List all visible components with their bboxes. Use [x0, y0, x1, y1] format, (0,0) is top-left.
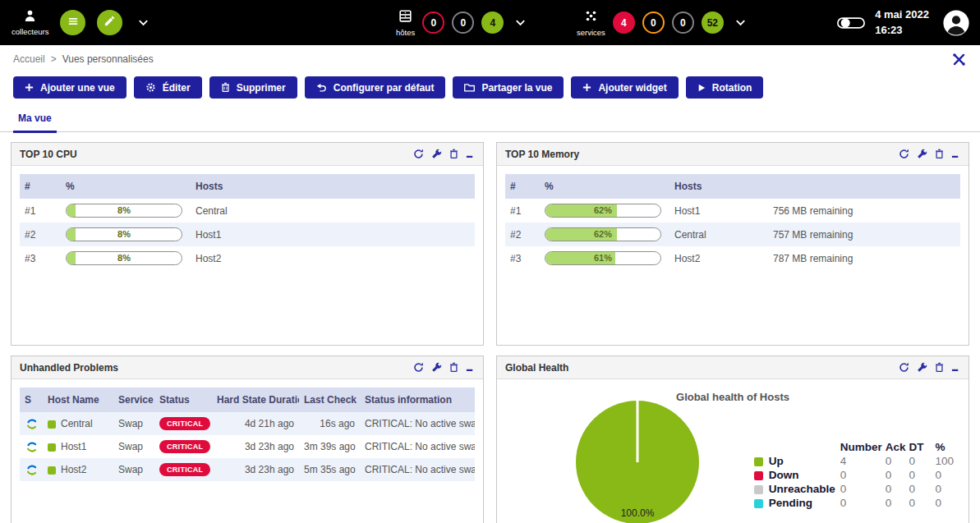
wrench-icon[interactable] [431, 362, 442, 373]
poller-list-button[interactable] [60, 10, 85, 35]
host-cell[interactable]: Host1 [43, 435, 113, 458]
widget-unhandled-problems-header: Unhandled Problems [12, 356, 483, 379]
settings-toggle-icon[interactable] [837, 15, 865, 31]
services-expand-chevron[interactable] [734, 16, 747, 29]
rank-cell: #3 [20, 246, 61, 270]
rotation-button[interactable]: Rotation [686, 76, 764, 99]
refresh-icon[interactable] [413, 362, 424, 373]
table-header-row: # % Hosts [20, 174, 475, 199]
view-tabs: Ma vue [0, 107, 980, 132]
wrench-icon[interactable] [917, 362, 927, 373]
hosts-expand-chevron[interactable] [514, 16, 527, 29]
edit-tools-icon[interactable] [951, 52, 967, 67]
cpu-progress-bar: 8% [66, 204, 182, 218]
minimize-icon[interactable] [951, 362, 960, 373]
chevron-down-icon [734, 16, 747, 29]
table-row: #1 8% Central [20, 199, 475, 223]
minimize-icon[interactable] [466, 149, 475, 159]
services-warning-badge[interactable]: 0 [642, 11, 665, 34]
delete-view-button[interactable]: Supprimer [209, 76, 297, 99]
chevron-down-icon [514, 16, 527, 29]
services-ok-badge[interactable]: 52 [702, 11, 724, 34]
services-critical-badge[interactable]: 4 [613, 11, 635, 34]
widget-top-cpu: TOP 10 CPU # % Hosts #1 8% [11, 142, 484, 346]
widget-title: Global Health [505, 362, 568, 374]
services-menu[interactable]: services [577, 8, 605, 37]
service-cell[interactable]: Swap [113, 412, 154, 435]
top-cpu-table: # % Hosts #1 8% Central #2 8% Host1 [20, 174, 475, 270]
status-badge: CRITICAL [159, 463, 210, 476]
set-default-button[interactable]: Configurer par défaut [305, 76, 446, 99]
hosts-up-badge[interactable]: 4 [481, 11, 504, 34]
top-memory-table: # % Hosts #1 62% Host1 756 MB remaining … [505, 174, 960, 270]
widget-title: TOP 10 Memory [505, 149, 579, 160]
add-widget-button[interactable]: Ajouter widget [571, 76, 678, 99]
refresh-icon[interactable] [899, 149, 909, 159]
memory-progress-bar: 62% [545, 204, 661, 218]
edit-view-button[interactable]: Éditer [134, 76, 202, 99]
host-cell[interactable]: Host2 [43, 458, 113, 481]
pollers-label: collecteurs [12, 27, 48, 36]
trash-icon[interactable] [449, 149, 458, 159]
dashboard-grid: TOP 10 CPU # % Hosts #1 8% [0, 132, 980, 523]
tab-ma-vue[interactable]: Ma vue [13, 107, 57, 133]
trash-icon [221, 82, 230, 93]
hosts-health-pie-chart: 100.0% [576, 401, 699, 523]
table-row: #2 8% Host1 [20, 223, 475, 246]
hosts-menu[interactable]: hôtes [396, 8, 415, 37]
legend-row: Down 0 0 0 0 [752, 468, 955, 482]
hosts-down-badge[interactable]: 0 [422, 11, 444, 34]
duration-cell: 3d 23h ago [212, 458, 299, 481]
hosts-unreachable-badge[interactable]: 0 [452, 11, 474, 34]
duration-cell: 3d 23h ago [212, 435, 299, 458]
host-cell[interactable]: Central [43, 412, 113, 435]
minimize-icon[interactable] [466, 362, 475, 373]
host-cell: Host1 [191, 223, 475, 246]
service-cell[interactable]: Swap [113, 435, 154, 458]
widget-unhandled-problems: Unhandled Problems S Host Name Service S… [11, 356, 484, 523]
breadcrumb-separator: > [51, 53, 57, 65]
services-icon [583, 8, 599, 25]
memory-progress-bar: 62% [545, 227, 661, 241]
table-row: #3 8% Host2 [20, 246, 475, 270]
pencil-icon [104, 15, 116, 30]
breadcrumb: Accueil > Vues personnalisées [0, 45, 980, 73]
minimize-icon[interactable] [951, 149, 960, 159]
services-label: services [577, 28, 605, 37]
pollers-menu[interactable]: collecteurs [12, 9, 48, 36]
widget-global-health-header: Global Health [497, 356, 968, 379]
poller-configure-button[interactable] [97, 10, 122, 35]
status-badge: CRITICAL [159, 417, 210, 430]
trash-icon[interactable] [935, 149, 944, 159]
view-toolbar: Ajouter une vue Éditer Supprimer Configu… [0, 73, 980, 107]
widget-global-health: Global Health Global health of Hosts 100… [496, 356, 969, 523]
rank-cell: #1 [505, 199, 540, 223]
undo-arrow-icon [316, 83, 327, 93]
services-unknown-badge[interactable]: 0 [672, 11, 694, 34]
breadcrumb-current: Vues personnalisées [62, 53, 154, 65]
host-cell: Host1 [669, 199, 768, 223]
pollers-expand-chevron[interactable] [137, 16, 150, 29]
service-cell[interactable]: Swap [113, 458, 154, 481]
last-check-cell: 3m 39s ago [299, 435, 360, 458]
status-info-cell: CRITICAL: No active swap [360, 435, 475, 458]
refresh-icon[interactable] [413, 149, 424, 159]
wrench-icon[interactable] [917, 149, 927, 159]
wrench-icon[interactable] [431, 149, 442, 159]
current-date: 4 mai 2022 [875, 7, 929, 22]
cpu-progress-bar: 8% [66, 251, 182, 265]
breadcrumb-home[interactable]: Accueil [13, 53, 45, 65]
widget-top-cpu-header: TOP 10 CPU [12, 143, 483, 166]
trash-icon[interactable] [935, 362, 944, 373]
user-avatar[interactable] [942, 9, 970, 37]
add-view-button[interactable]: Ajouter une vue [13, 76, 127, 99]
share-view-button[interactable]: Partager la vue [453, 76, 564, 99]
status-info-cell: CRITICAL: No active swap [360, 458, 475, 481]
table-header-row: # % Hosts [505, 174, 960, 199]
trash-icon[interactable] [449, 362, 458, 373]
menu-icon [67, 15, 80, 31]
poller-person-icon [23, 9, 37, 25]
legend-row: Unreachable 0 0 0 0 [752, 482, 955, 496]
status-badge: CRITICAL [159, 440, 210, 453]
refresh-icon[interactable] [899, 362, 909, 373]
